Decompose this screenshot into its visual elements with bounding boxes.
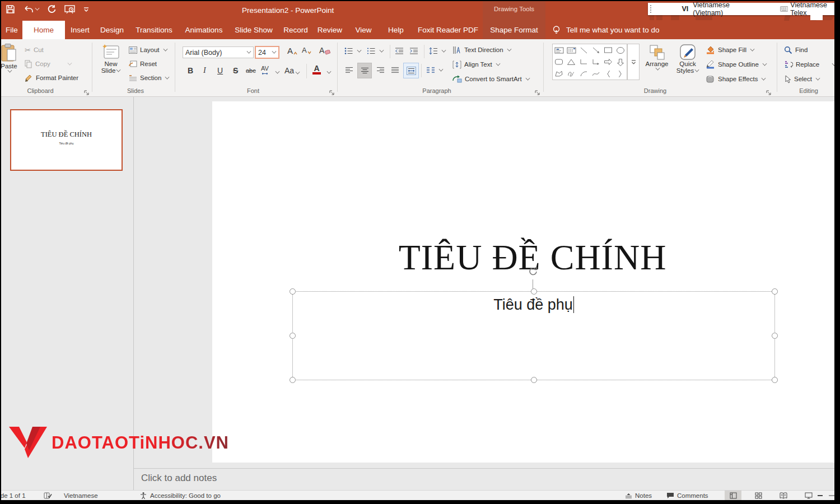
shape-left-brace[interactable]: [602, 68, 614, 80]
reset-button[interactable]: Reset: [129, 58, 157, 70]
shape-arc[interactable]: [577, 68, 590, 80]
resize-handle-ne[interactable]: [772, 288, 778, 295]
subtitle-placeholder-selection[interactable]: Tiêu đề phụ: [292, 291, 775, 380]
shape-curve[interactable]: [590, 68, 602, 80]
cut-button[interactable]: ✂ Cut: [25, 44, 44, 56]
undo-icon[interactable]: [23, 5, 39, 14]
convert-to-smartart-button[interactable]: Convert to SmartArt: [452, 73, 530, 85]
shape-right-arrow[interactable]: [602, 56, 614, 68]
reading-view-button[interactable]: [775, 491, 792, 501]
notes-placeholder[interactable]: Click to add notes: [141, 473, 217, 484]
resize-handle-w[interactable]: [290, 333, 296, 339]
shape-scribble[interactable]: [565, 68, 577, 80]
shape-rectangle[interactable]: [602, 44, 614, 56]
shape-textbox[interactable]: [553, 44, 565, 56]
resize-handle-n[interactable]: [531, 288, 537, 295]
tab-shape-format[interactable]: Shape Format: [483, 21, 545, 39]
spellcheck-icon[interactable]: [44, 491, 52, 501]
tab-insert[interactable]: Insert: [65, 21, 95, 39]
increase-font-size-button[interactable]: A: [287, 46, 297, 55]
align-right-button[interactable]: [374, 64, 386, 76]
language-code[interactable]: VI: [682, 5, 688, 13]
shape-fill-button[interactable]: Shape Fill: [706, 44, 754, 56]
zoom-out-button[interactable]: [818, 491, 823, 501]
shape-gallery-more-button[interactable]: [627, 44, 640, 80]
font-color-button[interactable]: A: [312, 65, 321, 74]
shape-vertical-textbox[interactable]: [565, 44, 577, 56]
decrease-font-size-button[interactable]: A: [302, 46, 311, 54]
columns-button[interactable]: [426, 64, 443, 76]
resize-handle-e[interactable]: [772, 333, 778, 339]
find-button[interactable]: Find: [784, 44, 808, 56]
notes-pane-divider[interactable]: [134, 468, 834, 469]
accessibility-indicator[interactable]: Accessibility: Good to go: [139, 491, 221, 501]
slide-thumbnail-panel[interactable]: TIÊU ĐỀ CHÍNH Tiêu đề phụ: [1, 97, 134, 490]
line-spacing-button[interactable]: [429, 45, 446, 57]
change-case-button[interactable]: Aa: [284, 66, 300, 75]
slideshow-view-button[interactable]: [800, 491, 817, 501]
justify-button[interactable]: [389, 64, 401, 76]
tab-slide-show[interactable]: Slide Show: [228, 21, 279, 39]
redo-icon[interactable]: [47, 4, 57, 14]
slide-number-indicator[interactable]: Slide 1 of 1: [0, 491, 26, 501]
slide-canvas[interactable]: TIÊU ĐỀ CHÍNH Tiêu đề phụ: [212, 101, 834, 463]
normal-view-button[interactable]: [725, 491, 741, 501]
language-name[interactable]: Vietnamese (Vietnam): [693, 1, 749, 17]
paste-button[interactable]: Paste: [0, 44, 24, 73]
shape-oval[interactable]: [614, 44, 627, 56]
drawing-dialog-launcher[interactable]: [766, 88, 773, 95]
tab-view[interactable]: View: [347, 21, 380, 39]
slide-thumbnail-1[interactable]: TIÊU ĐỀ CHÍNH Tiêu đề phụ: [10, 109, 123, 171]
shape-line[interactable]: [577, 44, 590, 56]
section-button[interactable]: Section: [129, 72, 169, 84]
select-button[interactable]: Select: [784, 73, 820, 85]
shape-rounded-rectangle[interactable]: [553, 56, 565, 68]
shape-freeform[interactable]: [553, 68, 565, 80]
bullets-button[interactable]: [344, 45, 361, 57]
tab-home[interactable]: Home: [22, 21, 65, 39]
bold-button[interactable]: B: [188, 66, 193, 75]
resize-handle-sw[interactable]: [290, 377, 296, 383]
underline-button[interactable]: U: [217, 66, 223, 75]
notes-toggle[interactable]: Notes: [625, 491, 652, 501]
save-icon[interactable]: [6, 4, 15, 14]
customize-qat-icon[interactable]: [83, 6, 89, 13]
align-center-button[interactable]: [357, 63, 372, 78]
numbering-button[interactable]: [367, 45, 384, 57]
tab-record[interactable]: Record: [279, 21, 312, 39]
tab-foxit-reader-pdf[interactable]: Foxit Reader PDF: [412, 21, 484, 39]
clear-formatting-button[interactable]: A: [319, 46, 330, 55]
italic-button[interactable]: I: [203, 66, 206, 75]
tab-help[interactable]: Help: [380, 21, 412, 39]
copy-button[interactable]: Copy: [25, 58, 72, 70]
start-slideshow-icon[interactable]: [64, 4, 76, 14]
distribute-text-button[interactable]: [403, 63, 419, 78]
resize-handle-s[interactable]: [531, 377, 537, 383]
shape-right-brace[interactable]: [614, 68, 627, 80]
comments-toggle[interactable]: Comments: [666, 491, 708, 501]
font-dialog-launcher[interactable]: [329, 88, 336, 95]
slide-subtitle-text[interactable]: Tiêu đề phụ: [293, 296, 774, 314]
paragraph-dialog-launcher[interactable]: [535, 88, 542, 95]
tab-transitions[interactable]: Transitions: [129, 21, 179, 39]
new-slide-button[interactable]: New Slide: [97, 44, 124, 74]
text-strikethrough-button[interactable]: abc: [246, 67, 256, 74]
language-bar[interactable]: VI Vietnamese (Vietnam) Vietnamese Telex: [648, 3, 834, 15]
langbar-grip[interactable]: [650, 5, 651, 13]
strikethrough-button[interactable]: S: [233, 66, 238, 75]
character-spacing-button[interactable]: AV: [261, 65, 269, 75]
font-size-combo[interactable]: 24: [255, 46, 279, 59]
tab-design[interactable]: Design: [95, 21, 129, 39]
shape-outline-button[interactable]: Shape Outline: [706, 58, 767, 71]
decrease-indent-button[interactable]: [395, 45, 404, 57]
quick-styles-button[interactable]: Quick Styles: [673, 44, 702, 74]
increase-indent-button[interactable]: [409, 45, 418, 57]
slide-sorter-view-button[interactable]: [750, 491, 767, 501]
align-left-button[interactable]: [343, 64, 355, 76]
ime-mode[interactable]: Vietnamese Telex: [780, 1, 834, 17]
shape-elbow-connector[interactable]: [577, 56, 590, 68]
shape-down-arrow[interactable]: [614, 56, 627, 68]
font-name-combo[interactable]: Arial (Body): [183, 46, 254, 58]
text-direction-button[interactable]: Text Direction: [452, 44, 511, 56]
language-indicator[interactable]: Vietnamese: [64, 491, 98, 501]
